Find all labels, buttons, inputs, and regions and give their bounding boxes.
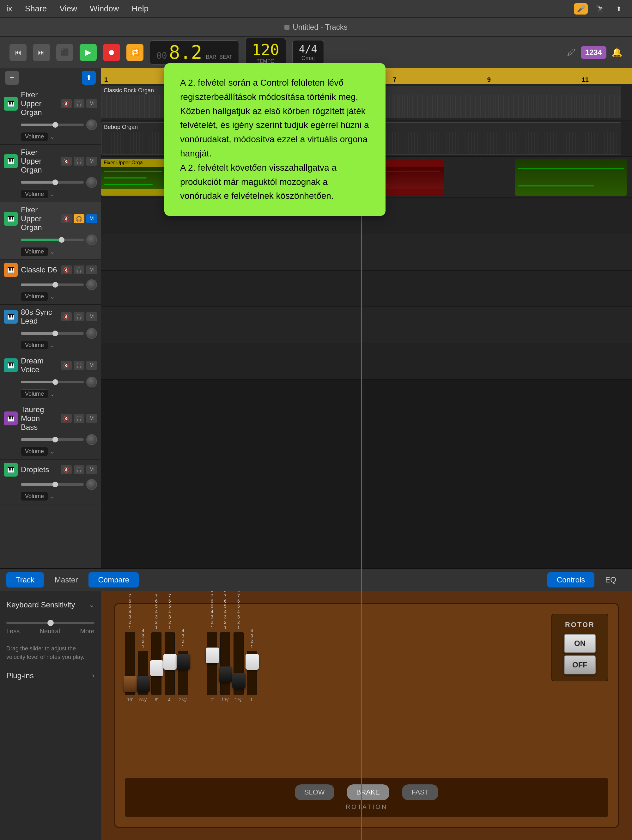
drawbar-track-4[interactable] — [164, 632, 175, 695]
tab-track[interactable]: Track — [6, 572, 44, 587]
cycle-button[interactable]: 🔁 — [126, 44, 144, 61]
num-badge: 1234 — [581, 46, 607, 59]
mute-button-8[interactable]: 🔇 — [61, 465, 72, 474]
keyboard-sensitivity-header[interactable]: Keyboard Sensitivity ⌄ — [6, 597, 95, 613]
menu-help[interactable]: Help — [132, 4, 149, 14]
track-knob-8[interactable] — [86, 479, 97, 490]
record-button[interactable]: ⏺ — [103, 44, 120, 61]
mute-button-3[interactable]: 🔇 — [61, 214, 72, 223]
stop-button[interactable]: ⬛ — [56, 44, 73, 61]
headphone-button-4[interactable]: 🎧 — [74, 265, 84, 274]
timeline-track-row-8[interactable] — [101, 343, 632, 379]
track-volume-slider-1[interactable] — [21, 123, 84, 126]
track-volume-slider-5[interactable] — [21, 332, 84, 335]
drawbar-track-6[interactable] — [207, 632, 217, 695]
midi-button-7[interactable]: M — [86, 414, 97, 423]
mute-button-4[interactable]: 🔇 — [61, 265, 72, 274]
rotor-on-button[interactable]: ON — [564, 634, 596, 653]
mute-button-5[interactable]: 🔇 — [61, 312, 72, 321]
slow-button[interactable]: SLOW — [295, 785, 334, 800]
drawbar-track-5[interactable] — [178, 651, 188, 695]
headphone-button-7[interactable]: 🎧 — [74, 414, 84, 423]
headphone-button-8[interactable]: 🎧 — [74, 465, 84, 474]
play-button[interactable]: ▶ — [80, 44, 97, 61]
track-knob-3[interactable] — [86, 234, 97, 245]
alert-icon[interactable]: 🔔 — [611, 47, 623, 57]
drawbar-handle-5[interactable] — [177, 654, 190, 669]
track-volume-slider-8[interactable] — [21, 483, 84, 486]
midi-button-4[interactable]: M — [86, 265, 97, 274]
fast-forward-button[interactable]: ⏭ — [33, 44, 50, 61]
region-fixer-yellow-right[interactable] — [515, 159, 627, 195]
drawbar-handle-3[interactable] — [150, 660, 163, 676]
signature-display[interactable]: 4/4 Cmaj — [292, 40, 324, 65]
drawbar-handle-2[interactable] — [137, 676, 150, 692]
mute-button-7[interactable]: 🔇 — [61, 414, 72, 423]
mute-button-1[interactable]: 🔇 — [61, 99, 72, 108]
rotor-off-button[interactable]: OFF — [564, 655, 596, 674]
headphone-button-3[interactable]: 🎧 — [74, 214, 84, 223]
track-knob-1[interactable] — [86, 120, 97, 130]
tab-master[interactable]: Master — [45, 572, 87, 587]
drawbar-handle-1[interactable] — [123, 676, 137, 692]
headphone-button-5[interactable]: 🎧 — [74, 312, 84, 321]
drawbar-handle-6[interactable] — [206, 647, 219, 663]
headphone-button-6[interactable]: 🎧 — [74, 361, 84, 370]
menu-window[interactable]: Window — [90, 4, 119, 14]
drawbar-track-7[interactable] — [220, 632, 231, 695]
binoculars-icon[interactable]: 🔭 — [593, 3, 607, 14]
midi-button-8[interactable]: M — [86, 465, 97, 474]
track-volume-slider-6[interactable] — [21, 381, 84, 383]
drawbar-handle-9[interactable] — [245, 654, 259, 669]
menu-ix[interactable]: ix — [6, 4, 12, 14]
midi-button-2[interactable]: M — [86, 157, 97, 166]
track-volume-slider-3[interactable] — [21, 238, 84, 241]
region-fixer-yellow-left[interactable]: Fixer Upper Orga — [101, 159, 165, 195]
drawbar-handle-7[interactable] — [219, 666, 232, 682]
headphone-button-1[interactable]: 🎧 — [74, 99, 84, 108]
rewind-button[interactable]: ⏮ — [9, 44, 27, 61]
plugins-row[interactable]: Plug-ins › — [6, 668, 95, 683]
timeline-track-row-5[interactable] — [101, 234, 632, 270]
drawbar-handle-8[interactable] — [232, 673, 245, 688]
drawbar-track-2[interactable] — [138, 651, 148, 695]
tab-eq[interactable]: EQ — [596, 572, 626, 587]
mute-button-6[interactable]: 🔇 — [61, 361, 72, 370]
timeline-track-row-6[interactable] — [101, 270, 632, 307]
track-icon-5: 🎹 — [4, 310, 18, 324]
track-knob-7[interactable] — [86, 434, 97, 445]
tab-compare[interactable]: Compare — [88, 572, 139, 587]
lcd-icon[interactable]: 🖊 — [567, 47, 576, 57]
timeline-track-row-7[interactable] — [101, 307, 632, 343]
keyboard-sensitivity-thumb[interactable] — [47, 620, 54, 626]
headphone-button-2[interactable]: 🎧 — [74, 157, 84, 166]
drawbar-handle-4[interactable] — [163, 654, 177, 669]
add-track-button[interactable]: + — [5, 71, 19, 85]
mute-button-2[interactable]: 🔇 — [61, 157, 72, 166]
track-knob-5[interactable] — [86, 328, 97, 339]
midi-button-1[interactable]: M — [86, 99, 97, 108]
fast-button[interactable]: FAST — [402, 785, 438, 800]
track-knob-4[interactable] — [86, 279, 97, 290]
tab-controls[interactable]: Controls — [547, 572, 594, 587]
track-knob-6[interactable] — [86, 377, 97, 387]
smart-controls-button[interactable]: ⬆ — [82, 71, 96, 85]
keyboard-sensitivity-slider[interactable] — [6, 622, 95, 624]
menu-view[interactable]: View — [59, 4, 77, 14]
share-icon[interactable]: ⬆ — [612, 3, 626, 14]
track-volume-slider-2[interactable] — [21, 181, 84, 184]
track-knob-2[interactable] — [86, 177, 97, 188]
track-volume-slider-7[interactable] — [21, 438, 84, 441]
drawbar-track-9[interactable] — [247, 651, 257, 695]
midi-button-3[interactable]: M — [86, 214, 97, 223]
track-volume-slider-4[interactable] — [21, 283, 84, 286]
menu-share[interactable]: Share — [25, 4, 47, 14]
drawbar-track-8[interactable] — [234, 632, 243, 695]
drawbar-track-3[interactable] — [152, 632, 161, 695]
midi-button-5[interactable]: M — [86, 312, 97, 321]
brake-button[interactable]: BRAKE — [347, 785, 390, 800]
tempo-display[interactable]: 120 TEMPO — [245, 38, 286, 67]
midi-button-6[interactable]: M — [86, 361, 97, 370]
drawbar-track-1[interactable] — [125, 632, 135, 695]
mic-icon[interactable]: 🎤 — [574, 3, 588, 14]
